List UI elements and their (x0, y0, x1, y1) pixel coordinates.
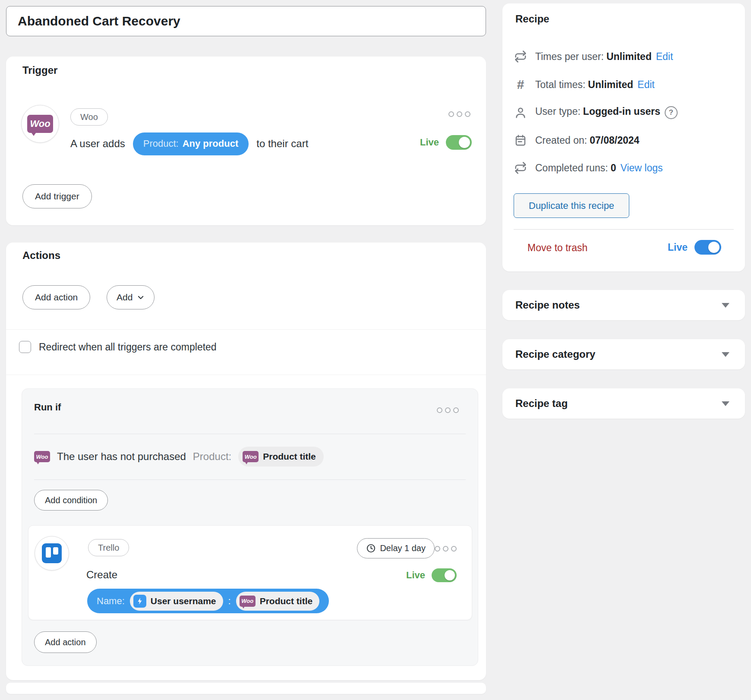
total-times-row: # Total times:UnlimitedEdit (514, 77, 655, 92)
recipe-settings-panel: Recipe Times per user:UnlimitedEdit # To… (502, 3, 745, 271)
calendar-icon (514, 134, 527, 147)
move-to-trash-link[interactable]: Move to trash (527, 242, 587, 254)
repeat-icon (514, 50, 527, 63)
run-if-more-options-icon[interactable] (437, 407, 459, 413)
view-logs-link[interactable]: View logs (621, 162, 663, 173)
action-name-field[interactable]: Name: User username : Woo Product title (87, 589, 329, 613)
recipe-live-control: Live (668, 240, 721, 255)
action-more-options-icon[interactable] (435, 546, 457, 552)
run-if-heading: Run if (34, 402, 61, 413)
user-username-label: User username (151, 596, 216, 606)
recipe-live-label: Live (668, 242, 688, 253)
created-on-row: Created on:07/08/2024 (514, 134, 639, 147)
name-field-label: Name: (97, 596, 125, 607)
recipe-category-panel[interactable]: Recipe category (502, 339, 745, 369)
edit-link[interactable]: Edit (656, 51, 673, 62)
user-type-row: User type:Logged-in users? (514, 106, 678, 119)
token-value: Any product (183, 138, 239, 149)
trigger-live-toggle[interactable] (446, 135, 472, 150)
action-integration-pill: Trello (88, 539, 129, 556)
woo-badge-icon: Woo (243, 451, 259, 462)
caret-down-icon[interactable] (722, 401, 729, 406)
recipe-panel-heading: Recipe (515, 13, 549, 25)
trigger-sentence: A user adds Product: Any product to thei… (70, 132, 308, 156)
trigger-sentence-prefix: A user adds (70, 138, 125, 150)
times-per-user-row: Times per user:UnlimitedEdit (514, 50, 673, 63)
action-live-control: Live (406, 568, 457, 582)
help-icon[interactable]: ? (665, 106, 678, 119)
trigger-sentence-suffix: to their cart (256, 138, 308, 150)
delay-label: Delay 1 day (380, 543, 426, 553)
delay-button[interactable]: Delay 1 day (357, 538, 435, 558)
redirect-checkbox[interactable] (19, 341, 31, 353)
run-if-add-action-button[interactable]: Add action (34, 631, 97, 653)
lightning-icon (133, 595, 146, 608)
product-title-label: Product title (260, 596, 313, 606)
recipe-tag-title: Recipe tag (515, 397, 568, 410)
recipe-notes-panel[interactable]: Recipe notes (502, 290, 745, 320)
condition-token-label: Product title (263, 451, 316, 462)
trello-icon (42, 543, 62, 563)
row-text: Total times:UnlimitedEdit (535, 79, 655, 91)
caret-down-icon[interactable] (722, 303, 729, 308)
user-username-token[interactable]: User username (130, 592, 223, 611)
add-trigger-button[interactable]: Add trigger (22, 184, 92, 208)
recipe-notes-title: Recipe notes (515, 299, 580, 311)
trigger-more-options-icon[interactable] (448, 111, 470, 117)
trigger-product-token[interactable]: Product: Any product (133, 132, 249, 155)
action-card: Trello Delay 1 day Create Live (28, 525, 472, 620)
action-verb: Create (86, 569, 117, 581)
condition-product-token[interactable]: Woo Product title (238, 447, 324, 467)
redirect-row: Redirect when all triggers are completed (19, 341, 217, 353)
recipe-editor-page: Trigger Woo Woo A user adds Product: Any… (0, 0, 751, 700)
row-text: User type:Logged-in users? (535, 106, 678, 119)
run-if-block: Run if Woo The user has not purchased Pr… (22, 388, 478, 666)
duplicate-recipe-button[interactable]: Duplicate this recipe (514, 193, 629, 218)
trigger-integration-pill: Woo (70, 108, 108, 126)
actions-heading: Actions (22, 249, 60, 262)
condition-text: The user has not purchased (57, 451, 186, 463)
row-text: Times per user:UnlimitedEdit (535, 51, 673, 63)
recipe-title-input[interactable] (6, 6, 486, 36)
actions-panel: Actions Add action Add Redirect when all… (6, 243, 486, 680)
add-dropdown-label: Add (117, 292, 133, 303)
hash-icon: # (514, 77, 527, 92)
trello-integration-avatar (35, 536, 69, 571)
next-panel-strip (6, 683, 486, 694)
token-label: Product: (143, 138, 179, 149)
woo-icon: Woo (27, 115, 53, 133)
redirect-label: Redirect when all triggers are completed (39, 341, 217, 353)
chevron-down-icon (137, 293, 145, 301)
repeat-icon (514, 161, 527, 174)
row-text: Created on:07/08/2024 (535, 135, 639, 146)
recipe-live-toggle[interactable] (694, 240, 721, 255)
trigger-live-label: Live (420, 137, 439, 148)
completed-runs-row: Completed runs:0View logs (514, 161, 663, 174)
product-title-token[interactable]: Woo Product title (236, 592, 320, 611)
recipe-tag-panel[interactable]: Recipe tag (502, 388, 745, 419)
user-icon (514, 106, 527, 119)
clock-icon (366, 543, 376, 553)
action-live-toggle[interactable] (432, 568, 457, 582)
trigger-panel: Trigger Woo Woo A user adds Product: Any… (6, 57, 486, 225)
woo-badge-icon: Woo (34, 451, 50, 462)
condition-sentence: Woo The user has not purchased Product: … (34, 446, 324, 467)
row-text: Completed runs:0View logs (535, 162, 663, 174)
edit-link[interactable]: Edit (637, 79, 655, 90)
add-dropdown-button[interactable]: Add (107, 285, 155, 309)
woo-badge-icon: Woo (240, 596, 256, 607)
caret-down-icon[interactable] (722, 352, 729, 357)
condition-field-label: Product: (193, 451, 231, 463)
recipe-category-title: Recipe category (515, 348, 595, 360)
token-separator: : (228, 596, 231, 607)
trigger-live-control: Live (420, 135, 472, 150)
add-action-button[interactable]: Add action (22, 285, 90, 309)
trigger-heading: Trigger (22, 64, 57, 76)
add-condition-button[interactable]: Add condition (34, 490, 108, 511)
action-live-label: Live (406, 570, 425, 581)
woo-integration-avatar: Woo (21, 105, 59, 143)
